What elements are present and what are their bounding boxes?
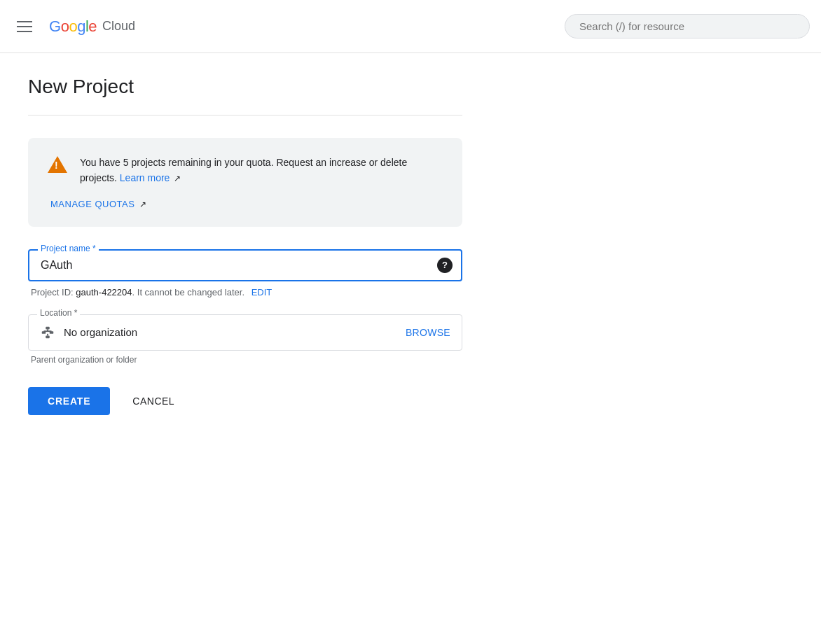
google-logo-text: Google: [49, 18, 97, 36]
parent-hint: Parent organization or folder: [31, 355, 462, 365]
project-name-wrapper: Project name * ?: [28, 249, 462, 281]
project-id-text: Project ID: gauth-422204. It cannot be c…: [31, 287, 462, 298]
edit-project-id-link[interactable]: EDIT: [251, 287, 272, 298]
manage-quotas-row: MANAGE QUOTAS ↗: [48, 197, 443, 210]
page-title: New Project: [28, 76, 462, 98]
quota-alert-box: You have 5 projects remaining in your qu…: [28, 138, 462, 227]
alert-message: You have 5 projects remaining in your qu…: [80, 155, 443, 186]
help-icon[interactable]: ?: [437, 258, 453, 273]
location-wrapper: Location * No organization BROWSE: [28, 314, 462, 351]
alert-row: You have 5 projects remaining in your qu…: [48, 155, 443, 186]
location-field-group: Location * No organization BROWSE Parent…: [28, 314, 462, 365]
manage-quotas-link[interactable]: MANAGE QUOTAS: [50, 199, 134, 209]
project-name-field-group: Project name * ? Project ID: gauth-42220…: [28, 249, 462, 298]
manage-quotas-external-icon: ↗: [139, 200, 146, 209]
location-value: No organization: [64, 326, 406, 338]
browse-link[interactable]: BROWSE: [406, 327, 450, 338]
location-label: Location *: [37, 308, 80, 318]
svg-rect-4: [44, 330, 52, 332]
project-name-input[interactable]: [41, 259, 430, 272]
main-content: New Project You have 5 projects remainin…: [0, 53, 490, 438]
organization-icon: [40, 325, 55, 340]
button-row: CREATE CANCEL: [28, 387, 462, 415]
search-bar[interactable]: [565, 14, 810, 38]
svg-rect-5: [46, 335, 50, 338]
menu-button[interactable]: [11, 15, 38, 38]
warning-icon: [48, 156, 67, 176]
header: Google Cloud: [0, 0, 821, 53]
cancel-button[interactable]: CANCEL: [121, 387, 186, 415]
learn-more-link[interactable]: Learn more: [120, 172, 170, 183]
external-link-icon: ↗: [174, 172, 181, 186]
search-input[interactable]: [579, 20, 795, 32]
project-name-label: Project name *: [38, 244, 99, 253]
page-divider: [28, 115, 462, 115]
logo: Google Cloud: [49, 18, 135, 36]
svg-rect-6: [47, 334, 48, 336]
svg-rect-0: [46, 327, 50, 330]
cloud-logo-text: Cloud: [102, 19, 135, 34]
create-button[interactable]: CREATE: [28, 387, 110, 415]
